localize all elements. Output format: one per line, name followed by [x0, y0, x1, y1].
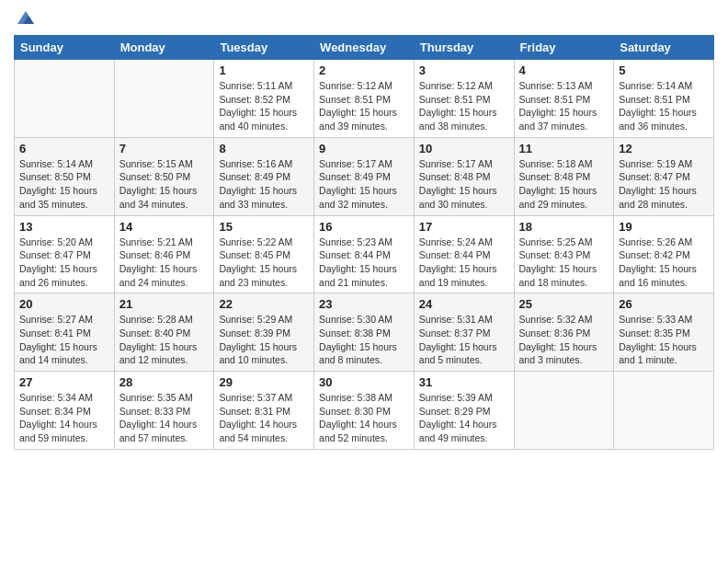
calendar-header-row: SundayMondayTuesdayWednesdayThursdayFrid… [15, 36, 714, 60]
day-info: Sunrise: 5:15 AM Sunset: 8:50 PM Dayligh… [119, 157, 210, 212]
day-number: 11 [519, 142, 609, 155]
page: SundayMondayTuesdayWednesdayThursdayFrid… [0, 0, 728, 563]
calendar-week-row: 13Sunrise: 5:20 AM Sunset: 8:47 PM Dayli… [15, 215, 714, 293]
day-info: Sunrise: 5:25 AM Sunset: 8:43 PM Dayligh… [519, 236, 609, 290]
calendar-cell: 1Sunrise: 5:11 AM Sunset: 8:52 PM Daylig… [214, 60, 314, 138]
calendar-header-sunday: Sunday [15, 36, 115, 60]
day-info: Sunrise: 5:37 AM Sunset: 8:31 PM Dayligh… [219, 391, 309, 445]
day-info: Sunrise: 5:38 AM Sunset: 8:30 PM Dayligh… [319, 391, 409, 445]
day-number: 31 [419, 375, 509, 389]
day-info: Sunrise: 5:13 AM Sunset: 8:51 PM Dayligh… [519, 79, 609, 133]
day-info: Sunrise: 5:24 AM Sunset: 8:44 PM Dayligh… [419, 236, 509, 290]
calendar-cell: 30Sunrise: 5:38 AM Sunset: 8:30 PM Dayli… [314, 372, 415, 450]
calendar-week-row: 6Sunrise: 5:14 AM Sunset: 8:50 PM Daylig… [15, 137, 714, 215]
calendar-cell: 8Sunrise: 5:16 AM Sunset: 8:49 PM Daylig… [214, 137, 314, 215]
day-info: Sunrise: 5:12 AM Sunset: 8:51 PM Dayligh… [419, 79, 509, 133]
day-info: Sunrise: 5:28 AM Sunset: 8:40 PM Dayligh… [119, 313, 210, 367]
day-number: 28 [119, 375, 210, 389]
day-number: 25 [519, 297, 609, 311]
day-info: Sunrise: 5:14 AM Sunset: 8:50 PM Dayligh… [19, 157, 109, 212]
day-info: Sunrise: 5:26 AM Sunset: 8:42 PM Dayligh… [619, 236, 709, 290]
calendar-cell: 13Sunrise: 5:20 AM Sunset: 8:47 PM Dayli… [15, 215, 115, 293]
calendar-header-saturday: Saturday [614, 36, 714, 60]
calendar-cell: 9Sunrise: 5:17 AM Sunset: 8:49 PM Daylig… [314, 137, 415, 215]
calendar-week-row: 1Sunrise: 5:11 AM Sunset: 8:52 PM Daylig… [15, 60, 714, 138]
calendar-cell [514, 372, 614, 450]
header [14, 9, 714, 26]
calendar-cell: 10Sunrise: 5:17 AM Sunset: 8:48 PM Dayli… [414, 137, 514, 215]
day-info: Sunrise: 5:18 AM Sunset: 8:48 PM Dayligh… [519, 157, 609, 212]
day-info: Sunrise: 5:23 AM Sunset: 8:44 PM Dayligh… [319, 236, 409, 290]
calendar-cell: 24Sunrise: 5:31 AM Sunset: 8:37 PM Dayli… [414, 293, 514, 372]
day-number: 20 [19, 297, 109, 311]
day-number: 5 [619, 63, 709, 77]
day-info: Sunrise: 5:31 AM Sunset: 8:37 PM Dayligh… [419, 313, 509, 367]
day-info: Sunrise: 5:29 AM Sunset: 8:39 PM Dayligh… [219, 313, 309, 367]
day-number: 27 [19, 375, 109, 389]
calendar-cell: 29Sunrise: 5:37 AM Sunset: 8:31 PM Dayli… [214, 372, 314, 450]
day-number: 22 [219, 297, 309, 311]
day-number: 21 [119, 297, 210, 311]
calendar-cell: 11Sunrise: 5:18 AM Sunset: 8:48 PM Dayli… [514, 137, 614, 215]
day-number: 13 [19, 220, 109, 234]
day-info: Sunrise: 5:17 AM Sunset: 8:48 PM Dayligh… [419, 157, 509, 212]
calendar-header-tuesday: Tuesday [214, 36, 314, 60]
calendar-header-thursday: Thursday [414, 36, 514, 60]
day-info: Sunrise: 5:20 AM Sunset: 8:47 PM Dayligh… [19, 236, 109, 290]
day-number: 7 [119, 142, 210, 155]
day-number: 26 [619, 297, 709, 311]
day-number: 23 [319, 297, 409, 311]
calendar-cell: 7Sunrise: 5:15 AM Sunset: 8:50 PM Daylig… [114, 137, 214, 215]
calendar-cell: 15Sunrise: 5:22 AM Sunset: 8:45 PM Dayli… [214, 215, 314, 293]
calendar-week-row: 20Sunrise: 5:27 AM Sunset: 8:41 PM Dayli… [15, 293, 714, 372]
day-number: 6 [19, 142, 109, 155]
day-number: 12 [619, 142, 709, 155]
calendar-cell: 18Sunrise: 5:25 AM Sunset: 8:43 PM Dayli… [514, 215, 614, 293]
day-number: 30 [319, 375, 409, 389]
calendar-cell: 26Sunrise: 5:33 AM Sunset: 8:35 PM Dayli… [614, 293, 714, 372]
day-number: 24 [419, 297, 509, 311]
calendar-cell: 5Sunrise: 5:14 AM Sunset: 8:51 PM Daylig… [614, 60, 714, 138]
day-number: 3 [419, 63, 509, 77]
calendar-cell [15, 60, 115, 138]
calendar-cell: 6Sunrise: 5:14 AM Sunset: 8:50 PM Daylig… [15, 137, 115, 215]
day-info: Sunrise: 5:12 AM Sunset: 8:51 PM Dayligh… [319, 79, 409, 133]
logo-icon [16, 7, 36, 28]
day-number: 10 [419, 142, 509, 155]
calendar-cell: 14Sunrise: 5:21 AM Sunset: 8:46 PM Dayli… [114, 215, 214, 293]
day-info: Sunrise: 5:19 AM Sunset: 8:47 PM Dayligh… [619, 157, 709, 212]
calendar-week-row: 27Sunrise: 5:34 AM Sunset: 8:34 PM Dayli… [15, 372, 714, 450]
calendar-cell: 23Sunrise: 5:30 AM Sunset: 8:38 PM Dayli… [314, 293, 415, 372]
calendar-header-wednesday: Wednesday [314, 36, 415, 60]
logo [14, 9, 36, 26]
day-info: Sunrise: 5:17 AM Sunset: 8:49 PM Dayligh… [319, 157, 409, 212]
calendar: SundayMondayTuesdayWednesdayThursdayFrid… [14, 35, 714, 450]
calendar-cell: 31Sunrise: 5:39 AM Sunset: 8:29 PM Dayli… [414, 372, 514, 450]
calendar-cell: 16Sunrise: 5:23 AM Sunset: 8:44 PM Dayli… [314, 215, 415, 293]
day-number: 19 [619, 220, 709, 234]
day-number: 29 [219, 375, 309, 389]
calendar-cell: 25Sunrise: 5:32 AM Sunset: 8:36 PM Dayli… [514, 293, 614, 372]
day-number: 16 [319, 220, 409, 234]
day-number: 8 [219, 142, 309, 155]
day-number: 1 [219, 63, 309, 77]
day-info: Sunrise: 5:27 AM Sunset: 8:41 PM Dayligh… [19, 313, 109, 367]
calendar-cell: 27Sunrise: 5:34 AM Sunset: 8:34 PM Dayli… [15, 372, 115, 450]
calendar-cell: 3Sunrise: 5:12 AM Sunset: 8:51 PM Daylig… [414, 60, 514, 138]
calendar-cell: 12Sunrise: 5:19 AM Sunset: 8:47 PM Dayli… [614, 137, 714, 215]
day-number: 17 [419, 220, 509, 234]
day-info: Sunrise: 5:35 AM Sunset: 8:33 PM Dayligh… [119, 391, 210, 445]
day-info: Sunrise: 5:16 AM Sunset: 8:49 PM Dayligh… [219, 157, 309, 212]
day-info: Sunrise: 5:39 AM Sunset: 8:29 PM Dayligh… [419, 391, 509, 445]
calendar-cell: 20Sunrise: 5:27 AM Sunset: 8:41 PM Dayli… [15, 293, 115, 372]
calendar-cell: 2Sunrise: 5:12 AM Sunset: 8:51 PM Daylig… [314, 60, 415, 138]
day-number: 15 [219, 220, 309, 234]
calendar-cell: 28Sunrise: 5:35 AM Sunset: 8:33 PM Dayli… [114, 372, 214, 450]
day-info: Sunrise: 5:11 AM Sunset: 8:52 PM Dayligh… [219, 79, 309, 133]
calendar-cell: 21Sunrise: 5:28 AM Sunset: 8:40 PM Dayli… [114, 293, 214, 372]
day-info: Sunrise: 5:30 AM Sunset: 8:38 PM Dayligh… [319, 313, 409, 367]
calendar-cell [114, 60, 214, 138]
day-number: 14 [119, 220, 210, 234]
calendar-cell [614, 372, 714, 450]
calendar-cell: 4Sunrise: 5:13 AM Sunset: 8:51 PM Daylig… [514, 60, 614, 138]
